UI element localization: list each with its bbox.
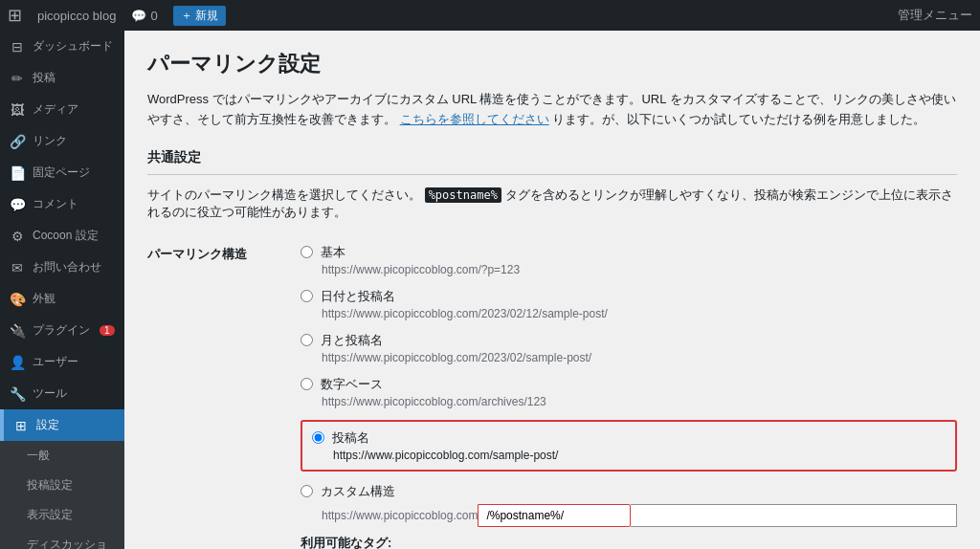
topbar-comments[interactable]: 💬 0 xyxy=(131,9,157,23)
custom-url-extra[interactable] xyxy=(631,504,957,527)
contact-icon: ✉ xyxy=(10,260,25,275)
custom-url-prefix: https://www.picopiccoblog.com xyxy=(322,509,478,522)
option-month-name: 月と投稿名 https://www.picopiccoblog.com/2023… xyxy=(301,332,957,364)
appearance-icon: 🎨 xyxy=(10,292,25,307)
sidebar-item-posts[interactable]: ✏ 投稿 xyxy=(0,62,124,94)
url-basic: https://www.picopiccoblog.com/?p=123 xyxy=(322,263,957,276)
label-postname[interactable]: 投稿名 xyxy=(332,429,369,447)
permalink-label: パーマリンク構造 xyxy=(147,236,301,549)
sub-writing[interactable]: 投稿設定 xyxy=(0,471,124,500)
option-numeric: 数字ベース https://www.picopiccoblog.com/arch… xyxy=(301,376,957,408)
radio-numeric[interactable] xyxy=(301,378,313,390)
custom-url-input[interactable] xyxy=(478,504,631,527)
sub-discussion[interactable]: ディスカッション xyxy=(0,530,124,549)
label-numeric[interactable]: 数字ベース xyxy=(321,376,383,393)
sidebar: ⊟ ダッシュボード ✏ 投稿 🖼 メディア 🔗 リンク 📄 固定ページ 💬 コメ… xyxy=(0,31,124,549)
cocoon-icon: ⚙ xyxy=(10,229,25,244)
url-month-name: https://www.picopiccoblog.com/2023/02/sa… xyxy=(322,351,957,364)
label-basic[interactable]: 基本 xyxy=(321,244,345,261)
option-date-name: 日付と投稿名 https://www.picopiccoblog.com/202… xyxy=(301,288,957,320)
sidebar-item-tools[interactable]: 🔧 ツール xyxy=(0,378,124,409)
pages-icon: 📄 xyxy=(10,165,25,181)
label-month-name[interactable]: 月と投稿名 xyxy=(321,332,383,349)
radio-custom[interactable] xyxy=(301,485,313,497)
comment-icon: 💬 xyxy=(131,9,146,23)
topbar: ⊞ picopicco blog 💬 0 ＋ 新規 管理メニュー xyxy=(0,0,980,31)
label-date-name[interactable]: 日付と投稿名 xyxy=(321,288,395,305)
section-desc: サイトのパーマリンク構造を選択してください。 %postname% タグを含める… xyxy=(147,187,957,221)
postname-tag: %postname% xyxy=(425,187,501,203)
tools-icon: 🔧 xyxy=(10,386,25,402)
url-date-name: https://www.picopiccoblog.com/2023/02/12… xyxy=(322,307,957,320)
page-title: パーマリンク設定 xyxy=(147,50,957,78)
tags-section: 利用可能なタグ: %year% %monthnum% %day% %hour% … xyxy=(301,535,957,549)
page-description: WordPress ではパーマリンクやアーカイブにカスタム URL 構造を使うこ… xyxy=(147,90,957,130)
sidebar-item-dashboard[interactable]: ⊟ ダッシュボード xyxy=(0,31,124,62)
permalink-options: 基本 https://www.picopiccoblog.com/?p=123 … xyxy=(301,236,957,549)
radio-basic[interactable] xyxy=(301,246,313,258)
settings-table: パーマリンク構造 基本 https://www.picopiccoblog.co… xyxy=(147,236,957,549)
dashboard-icon: ⊟ xyxy=(10,39,25,55)
settings-submenu: 一般 投稿設定 表示設定 ディスカッション メディア パーマリンク プライバシー xyxy=(0,441,124,549)
more-link[interactable]: こちらを参照してください xyxy=(400,112,549,126)
option-custom: カスタム構造 https://www.picopiccoblog.com xyxy=(301,483,957,527)
label-custom[interactable]: カスタム構造 xyxy=(321,483,395,500)
permalink-row: パーマリンク構造 基本 https://www.picopiccoblog.co… xyxy=(147,236,957,549)
sidebar-item-comments[interactable]: 💬 コメント xyxy=(0,188,124,220)
plugins-badge: 1 xyxy=(100,325,115,336)
url-numeric: https://www.picopiccoblog.com/archives/1… xyxy=(322,395,957,408)
section-common-title: 共通設定 xyxy=(147,149,957,175)
sidebar-item-settings[interactable]: ⊞ 設定 xyxy=(0,409,124,441)
sidebar-item-plugins[interactable]: 🔌 プラグイン 1 xyxy=(0,315,124,346)
comments-icon: 💬 xyxy=(10,197,25,212)
sidebar-item-pages[interactable]: 📄 固定ページ xyxy=(0,157,124,188)
links-icon: 🔗 xyxy=(10,134,25,149)
sub-reading[interactable]: 表示設定 xyxy=(0,500,124,530)
plugins-icon: 🔌 xyxy=(10,323,25,339)
media-icon: 🖼 xyxy=(10,102,25,118)
settings-icon: ⊞ xyxy=(13,418,29,433)
sidebar-item-appearance[interactable]: 🎨 外観 xyxy=(0,283,124,315)
admin-menu[interactable]: 管理メニュー xyxy=(898,7,972,24)
new-button[interactable]: ＋ 新規 xyxy=(173,6,226,26)
sidebar-item-media[interactable]: 🖼 メディア xyxy=(0,94,124,125)
main-content: パーマリンク設定 WordPress ではパーマリンクやアーカイブにカスタム U… xyxy=(124,31,980,549)
site-name[interactable]: picopicco blog xyxy=(37,9,116,23)
radio-date-name[interactable] xyxy=(301,290,313,302)
users-icon: 👤 xyxy=(10,355,25,370)
sidebar-item-links[interactable]: 🔗 リンク xyxy=(0,125,124,157)
tags-label: 利用可能なタグ: xyxy=(301,535,957,549)
radio-month-name[interactable] xyxy=(301,334,313,346)
sidebar-item-users[interactable]: 👤 ユーザー xyxy=(0,346,124,378)
sidebar-item-contact[interactable]: ✉ お問い合わせ xyxy=(0,252,124,283)
option-postname: 投稿名 https://www.picopiccoblog.com/sample… xyxy=(301,420,957,472)
radio-postname[interactable] xyxy=(312,431,324,444)
url-postname: https://www.picopiccoblog.com/sample-pos… xyxy=(333,449,946,462)
sidebar-item-cocoon[interactable]: ⚙ Cocoon 設定 xyxy=(0,220,124,252)
option-basic: 基本 https://www.picopiccoblog.com/?p=123 xyxy=(301,244,957,276)
custom-url-row: https://www.picopiccoblog.com xyxy=(322,504,957,527)
sub-general[interactable]: 一般 xyxy=(0,441,124,471)
posts-icon: ✏ xyxy=(10,71,25,86)
wp-logo-icon: ⊞ xyxy=(8,5,22,26)
